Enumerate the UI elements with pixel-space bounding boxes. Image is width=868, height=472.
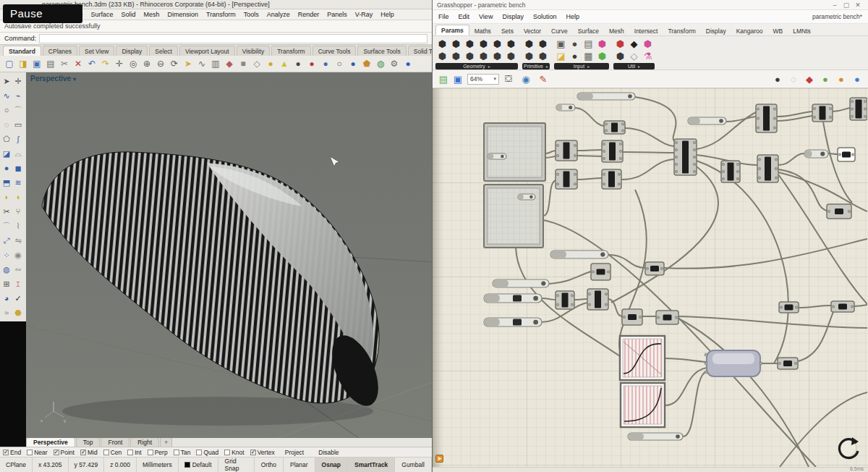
gh-node-hcomp[interactable] (591, 264, 610, 280)
circle-param-icon[interactable]: ⬢ (463, 50, 477, 62)
osnap-checkbox[interactable] (127, 450, 133, 455)
status-cell[interactable]: y 57.429 (69, 458, 105, 472)
grid-icon[interactable]: ⊞ (1, 277, 12, 291)
gh-node-hcomp[interactable] (831, 301, 854, 312)
undo-icon[interactable]: ↶ (85, 57, 98, 70)
status-cell[interactable]: CPlane (0, 458, 33, 472)
gh-wire[interactable] (778, 172, 867, 211)
box-icon[interactable]: ◼ (12, 161, 24, 175)
surface-param-icon[interactable]: ⬢ (463, 38, 477, 50)
gh-tab[interactable]: LMNts (788, 26, 816, 35)
sphere-icon[interactable]: ● (1, 161, 12, 175)
status-cell[interactable]: z 0.000 (104, 458, 137, 472)
split-icon[interactable]: ⑂ (12, 204, 24, 219)
status-toggle-button[interactable]: Grid Snap (218, 458, 255, 472)
group-icon[interactable]: ◇ (250, 57, 263, 70)
osnap-toggle[interactable]: Quad (196, 449, 218, 456)
surface-icon[interactable]: ◪ (1, 146, 12, 161)
new-definition-icon[interactable]: ▤ (437, 72, 450, 85)
layers-icon[interactable]: ▥ (209, 57, 222, 70)
pause-overlay-badge[interactable]: Pause (3, 4, 82, 23)
circle-icon[interactable]: ○ (1, 103, 12, 117)
osnap-checkbox[interactable] (54, 450, 59, 455)
gh-node-slider[interactable] (484, 294, 542, 303)
zoom-icon[interactable]: ◎ (127, 57, 140, 70)
gh-node-comp[interactable] (850, 98, 867, 120)
preview-eye-icon[interactable]: ◉ (519, 72, 532, 85)
gh-tab[interactable]: Kangaroo (731, 26, 768, 35)
gh-node-panel[interactable] (484, 123, 545, 181)
settings-icon[interactable]: ⚙ (388, 57, 401, 70)
gh-node-gmapper[interactable] (620, 336, 665, 380)
move-icon[interactable]: ✛ (12, 74, 24, 88)
gh-wire[interactable] (778, 153, 804, 165)
gh-node-slider[interactable] (556, 104, 575, 111)
integer-param-icon[interactable]: ⬢ (536, 38, 550, 50)
gh-wire[interactable] (798, 309, 835, 361)
gh-wire[interactable] (665, 358, 707, 362)
menu-item[interactable]: Mesh (143, 11, 159, 18)
pan-icon[interactable]: ✛ (113, 57, 126, 70)
gh-wire[interactable] (549, 271, 591, 284)
group-param-icon[interactable]: ⬢ (504, 50, 518, 62)
gh-wire[interactable] (545, 151, 556, 153)
canvas-corner-icon[interactable]: ➤ (435, 455, 443, 463)
box-param-icon[interactable]: ⬢ (490, 50, 504, 62)
gh-wire[interactable] (665, 368, 707, 405)
gh-wire[interactable] (635, 97, 676, 141)
viewport-title-label[interactable]: Perspective ▾ (30, 75, 76, 83)
lock-icon[interactable]: ■ (237, 57, 250, 70)
toolbar-tab[interactable]: Transform (271, 46, 310, 56)
window-control-button[interactable]: – (829, 1, 841, 9)
gh-node-hcomp[interactable] (778, 358, 798, 369)
menu-item[interactable]: Surface (90, 11, 113, 18)
gh-node-slider[interactable] (484, 318, 542, 326)
gh-node-hcomp[interactable] (645, 262, 664, 275)
gh-tab[interactable]: Surface (573, 26, 604, 35)
loft-icon[interactable]: ≋ (12, 175, 24, 190)
arc-icon[interactable]: ⌒ (12, 103, 24, 117)
gh-wire[interactable] (611, 167, 718, 303)
menu-item[interactable]: Transform (206, 11, 236, 18)
gh-wire[interactable] (574, 108, 604, 126)
gh-wire[interactable] (577, 150, 602, 151)
lasso-icon[interactable]: ∿ (195, 57, 208, 70)
gh-node-comp[interactable] (721, 161, 740, 182)
orient-icon[interactable]: ◉ (12, 248, 24, 262)
osnap-checkbox[interactable] (103, 450, 109, 455)
viewport-tab[interactable]: Right (130, 437, 159, 447)
gh-tab[interactable]: Display (701, 26, 731, 35)
gh-node-slider[interactable] (550, 250, 608, 258)
gh-menu-item[interactable]: Help (566, 13, 579, 20)
palette-group-footer[interactable]: Primitive▸ (522, 63, 550, 69)
gh-tab[interactable]: Mesh (604, 26, 629, 35)
gh-node-slider[interactable] (493, 279, 549, 287)
menu-item[interactable]: V-Ray (355, 11, 373, 18)
viewport-tab[interactable]: + (160, 437, 172, 447)
gh-wire[interactable] (828, 153, 838, 154)
toolbar-tab[interactable]: Display (116, 46, 148, 56)
material-icon[interactable]: ● (292, 57, 305, 70)
draw-icons-icon[interactable]: ✎ (537, 72, 550, 85)
image-sampler-icon[interactable]: ⬢ (595, 50, 609, 62)
gh-node-slider[interactable] (518, 194, 535, 200)
gh-node-slider[interactable] (688, 117, 726, 125)
toolbar-tab[interactable]: Viewport Layout (179, 46, 235, 56)
gh-node-comp[interactable] (756, 104, 777, 132)
knob-icon[interactable]: ● (568, 38, 582, 50)
rectangle-icon[interactable]: ▭ (12, 117, 24, 132)
gh-node-panel[interactable] (484, 185, 543, 248)
viewport-tab[interactable]: Perspective (26, 437, 75, 447)
perspective-viewport[interactable]: Perspective ▾ (26, 72, 432, 438)
toolbar-tab[interactable]: Visibility (237, 46, 271, 56)
globe-icon[interactable]: ◍ (374, 57, 387, 70)
status-cell[interactable]: Millimeters (137, 458, 179, 472)
document-preview-icon[interactable]: ● (835, 72, 848, 85)
save-definition-icon[interactable]: ▣ (451, 72, 464, 85)
gh-tab[interactable]: Transform (663, 26, 700, 35)
window-control-button[interactable]: ▢ (841, 1, 852, 9)
gh-tab[interactable]: Params (435, 25, 469, 35)
polygon-icon[interactable]: ⬠ (1, 132, 12, 146)
mirror-icon[interactable]: ⇋ (12, 233, 24, 248)
trigger-icon[interactable]: ⚗ (641, 50, 655, 62)
